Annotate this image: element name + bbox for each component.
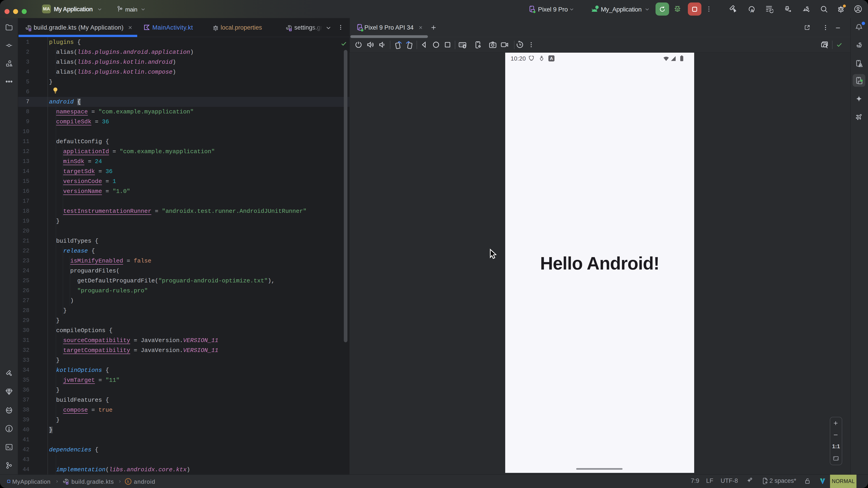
svg-text:A: A [750, 8, 754, 13]
svg-text:λ: λ [127, 479, 129, 484]
